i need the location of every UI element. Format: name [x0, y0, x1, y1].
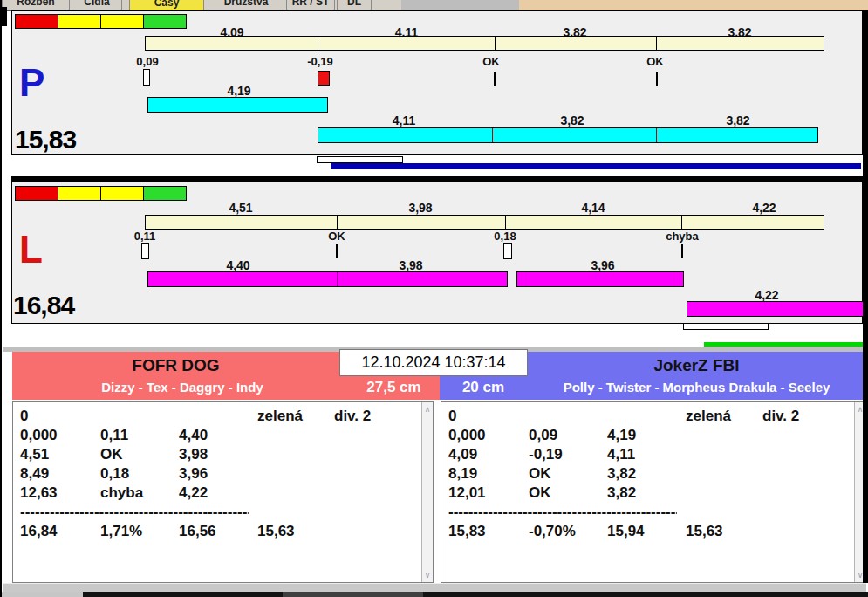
- table-cell: 4,09: [448, 446, 477, 463]
- run-split-label: 3,96: [575, 258, 631, 272]
- table-separator: ----------------------------------------…: [448, 504, 677, 521]
- lane-p-progress-bar: [331, 163, 861, 169]
- tab-druzstva[interactable]: Družstva: [208, 0, 284, 10]
- division-label: div. 2: [762, 408, 799, 425]
- legend-yellow-swatch: [58, 186, 101, 201]
- run-segment: [337, 272, 507, 286]
- run-segment: [148, 272, 337, 286]
- run-segment: [656, 128, 817, 142]
- legend-red-swatch: [15, 186, 58, 201]
- sensor-marker-tick: [656, 72, 658, 86]
- app-window: Rozběh Čidla Časy Družstva RR / ST DL 4,…: [0, 0, 868, 597]
- team-left-name: FOFR DOG: [12, 356, 339, 375]
- target-split-label: 4,14: [565, 201, 621, 215]
- table-cell: 8,49: [20, 465, 49, 483]
- table-separator: ----------------------------------------…: [20, 504, 249, 521]
- table-cell: 12,63: [20, 484, 58, 502]
- status-label: zelená: [686, 408, 731, 425]
- legend-yellow-swatch: [100, 14, 144, 29]
- sensor-mark-label: chyba: [652, 230, 713, 243]
- lane-l-total-time: 16,84: [13, 291, 74, 320]
- tab-cidla[interactable]: Čidla: [72, 0, 122, 10]
- table-cell: 3,98: [179, 446, 208, 463]
- run-split-label: 3,98: [383, 258, 439, 272]
- tab-casy[interactable]: Časy: [129, 0, 204, 11]
- lane-p-panel: 4,09 4,11 3,82 3,82 0,09 -0,19 OK OK P 4…: [11, 10, 863, 155]
- target-segment: [505, 216, 681, 229]
- target-split-label: 3,98: [393, 201, 448, 215]
- table-cell: OK: [529, 484, 551, 502]
- sensor-mark-label: 0,11: [114, 230, 175, 243]
- lane-l-legend: [16, 186, 187, 201]
- sensor-marker-tick: [494, 72, 496, 86]
- table-cell: 4,40: [179, 427, 208, 444]
- sensor-mark-label: 0,18: [475, 230, 536, 243]
- tab-rr-st[interactable]: RR / ST: [286, 0, 335, 10]
- legend-yellow-swatch: [58, 14, 101, 29]
- sensor-marker-ok-box: [143, 69, 150, 86]
- status-label: zelená: [257, 408, 303, 425]
- team-left-members: Dizzy - Tex - Daggry - Indy: [12, 380, 352, 395]
- total-cell: 1,71%: [100, 523, 142, 540]
- tabstrip-tan-area: [519, 0, 868, 10]
- lane-l-run-bar-1: [147, 271, 508, 287]
- tab-rozbeh[interactable]: Rozběh: [2, 0, 70, 10]
- total-cell: 16,56: [179, 523, 216, 540]
- lane-p-total-time: 15,83: [15, 125, 76, 154]
- table-cell: 4,19: [607, 427, 636, 444]
- table-cell: 4,11: [607, 446, 635, 463]
- legend-yellow-swatch: [100, 186, 144, 201]
- lane-p-start-marker-bar: [317, 156, 403, 163]
- target-segment: [146, 37, 318, 50]
- taskbar-segment: [423, 592, 868, 597]
- table-cell: 12,01: [448, 484, 486, 502]
- scroll-down-icon[interactable]: ∨: [422, 571, 433, 580]
- lane-p-target-bar: [145, 36, 824, 51]
- lane-l-letter: L: [19, 232, 43, 267]
- table-cell: -0,19: [529, 446, 563, 463]
- run-split-label: 4,22: [739, 288, 795, 302]
- total-cell: 15,63: [686, 523, 723, 540]
- target-segment: [681, 216, 824, 229]
- table-cell: 4,22: [179, 484, 208, 502]
- run-segment: [318, 128, 492, 142]
- scroll-up-icon[interactable]: ∧: [422, 405, 433, 414]
- target-segment: [146, 216, 337, 229]
- lane-l-start-marker-bar: [683, 323, 769, 330]
- total-cell: -0,70%: [529, 523, 576, 540]
- table-cell: chyba: [100, 484, 143, 502]
- table-cell: OK: [529, 465, 551, 483]
- target-segment: [495, 37, 656, 50]
- sensor-marker-tick: [681, 244, 683, 258]
- table-cell: 0,18: [100, 465, 129, 483]
- team-right-results[interactable]: 0 zelená div. 2 0,000 0,09 4,19 4,09 -0,…: [441, 401, 866, 583]
- run-split-label: 4,40: [210, 258, 266, 272]
- scrollbar[interactable]: ∧ ∨: [421, 402, 433, 582]
- tab-dl[interactable]: DL: [337, 0, 372, 10]
- total-cell: 16,84: [20, 523, 58, 540]
- team-right-name: JokerZ FBI: [527, 356, 866, 375]
- table-cell: 0,000: [20, 427, 58, 444]
- run-segment: [492, 128, 655, 142]
- sensor-mark-label: -0,19: [290, 55, 351, 68]
- division-label: div. 2: [334, 408, 371, 425]
- legend-red-swatch: [15, 14, 58, 29]
- team-left-results[interactable]: 0 zelená div. 2 0,000 0,11 4,40 4,51 OK …: [12, 401, 434, 583]
- table-cell: 0,000: [448, 427, 486, 444]
- legend-green-swatch: [143, 14, 187, 29]
- taskbar-segment: [283, 592, 423, 597]
- window-resize-mark: [0, 7, 7, 26]
- sensor-mark-label: OK: [306, 230, 367, 243]
- sensor-marker-ok-box: [141, 243, 149, 259]
- lane-l-target-bar: [145, 215, 824, 230]
- lane-p-legend: [16, 14, 187, 29]
- table-cell: 0,09: [529, 427, 557, 444]
- run-split-label: 4,19: [211, 84, 267, 98]
- team-right-jump-height: 20 cm: [444, 379, 523, 396]
- tabstrip-filler: [401, 0, 519, 10]
- total-cell: 15,63: [257, 523, 295, 540]
- taskbar-segment: [0, 592, 83, 597]
- run-split-label: 3,82: [544, 113, 600, 127]
- target-segment: [318, 37, 494, 50]
- datetime-display: 12.10.2024 10:37:14: [339, 349, 528, 376]
